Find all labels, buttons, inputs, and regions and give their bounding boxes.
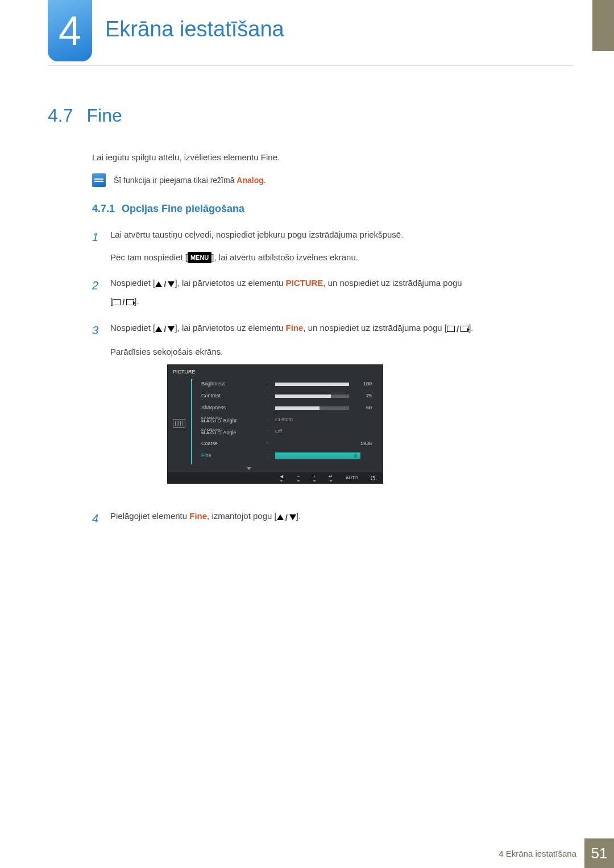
t: Pielāgojiet elementu (110, 511, 189, 521)
osd-label: SAMSUNG MAGIC Bright (201, 417, 263, 423)
osd-value: Custom (275, 416, 349, 424)
scroll-down-icon (247, 467, 251, 470)
osd-row-magicbright: SAMSUNG MAGIC Bright : Custom (201, 414, 376, 426)
kw-picture: PICTURE (286, 278, 323, 288)
t: Pēc tam nospiediet [ (110, 252, 188, 262)
osd-row-brightness: Brightness : 100 (201, 378, 376, 390)
osd-value: 60 (354, 404, 372, 412)
note-text: Šī funkcija ir pieejama tikai režīmā Ana… (114, 176, 266, 185)
chapter-number: 4 (59, 7, 81, 54)
note: Šī funkcija ir pieejama tikai režīmā Ana… (92, 173, 574, 187)
osd-minus-icon: − (297, 474, 300, 482)
osd-fine-bar: 0 (275, 452, 360, 459)
osd-auto-label: AUTO (346, 474, 358, 482)
step-4: 4 Pielāgojiet elementu Fine, izmantojot … (92, 509, 574, 528)
osd-row-sharpness: Sharpness : 60 (201, 402, 376, 414)
step-2: 2 Nospiediet [/], lai pārvietotos uz ele… (92, 276, 574, 309)
t: ], lai atvērtu atbilstošo izvēlnes ekrān… (211, 252, 358, 262)
step-1: 1 Lai atvērtu taustiņu ceļvedi, nospiedi… (92, 227, 574, 264)
step2-line2: [/]. (110, 294, 462, 309)
osd-label: SAMSUNG MAGIC Angle (201, 429, 263, 435)
osd-screenshot: PICTURE Brightness : 100 Contrast : (167, 364, 383, 484)
osd-value-num: 1936 (354, 439, 372, 448)
osd-power-icon (371, 476, 375, 480)
osd-label: Sharpness (201, 404, 263, 412)
up-down-icon: / (155, 322, 175, 337)
osd-rows: Brightness : 100 Contrast : 75 Sha (201, 378, 376, 462)
up-down-icon: / (155, 277, 175, 292)
t: , izmantojot pogu [ (207, 511, 277, 521)
osd-value: Off (275, 427, 349, 436)
steps: 1 Lai atvērtu taustiņu ceļvedi, nospiedi… (92, 227, 574, 528)
step1-line1: Lai atvērtu taustiņu ceļvedi, nospiediet… (110, 227, 403, 242)
subsection-title: Opcijas Fine pielāgošana (122, 203, 244, 214)
note-keyword: Analog (237, 176, 263, 185)
osd-bar (275, 383, 349, 386)
source-enter-icon: / (447, 322, 468, 337)
section-number: 4.7 (48, 105, 73, 126)
step-body: Nospiediet [/], lai pārvietotos uz eleme… (110, 321, 474, 497)
page-footer: 4 Ekrāna iestatīšana 51 (0, 838, 614, 868)
step3-line2: Parādīsies sekojošais ekrāns. (110, 344, 474, 359)
osd-label: Contrast (201, 392, 263, 400)
subsection-number: 4.7.1 (92, 203, 115, 214)
t: ]. (296, 511, 301, 521)
menu-badge: MENU (188, 252, 211, 264)
osd-value: 75 (354, 392, 372, 400)
section-title: Fine (86, 105, 122, 126)
side-strip (592, 0, 614, 51)
osd-category-icon (173, 419, 185, 428)
rect-icon (447, 326, 455, 332)
osd-label: Coarse (201, 439, 263, 448)
step-number: 1 (92, 227, 102, 264)
note-suffix: . (264, 176, 266, 185)
enter-icon (126, 299, 134, 305)
osd-enter-icon: ↵ (329, 474, 333, 482)
osd-footer: ◄ − + ↵ AUTO (167, 472, 383, 484)
osd-title: PICTURE (173, 368, 196, 376)
triangle-down-icon (289, 514, 296, 520)
t: ], lai pārvietotos uz elementu (175, 278, 285, 288)
enter-icon (460, 326, 468, 332)
osd-bar (275, 394, 349, 398)
footer-text: 4 Ekrāna iestatīšana (499, 838, 584, 868)
osd-back-icon: ◄ (279, 474, 284, 482)
triangle-up-icon (155, 326, 162, 332)
t: ], lai pārvietotos uz elementu (175, 323, 285, 333)
osd-row-magicangle: SAMSUNG MAGIC Angle : Off (201, 426, 376, 438)
up-down-icon: / (277, 510, 296, 525)
note-prefix: Šī funkcija ir pieejama tikai režīmā (114, 176, 237, 185)
chapter-title: Ekrāna iestatīšana (105, 17, 284, 41)
kw-fine: Fine (189, 511, 207, 521)
step-body: Pielāgojiet elementu Fine, izmantojot po… (110, 509, 301, 528)
section-heading: 4.7Fine (48, 105, 574, 126)
osd-row-coarse: Coarse : 1936 (201, 438, 376, 450)
osd-value: 100 (354, 380, 372, 388)
osd-fine-value: 0 (354, 452, 357, 459)
step-body: Nospiediet [/], lai pārvietotos uz eleme… (110, 276, 462, 309)
note-icon (92, 173, 106, 187)
content: 4.7Fine Lai iegūtu spilgtu attēlu, izvēl… (48, 105, 574, 539)
divider (48, 65, 574, 66)
triangle-up-icon (277, 514, 284, 520)
osd-row-fine: Fine : 0 (201, 450, 376, 462)
osd-label: Brightness (201, 380, 263, 388)
triangle-down-icon (168, 281, 175, 287)
triangle-up-icon (155, 281, 162, 287)
t: Nospiediet [ (110, 278, 155, 288)
source-enter-icon: / (113, 295, 134, 310)
chapter-tab: 4 (48, 0, 92, 61)
rect-icon (113, 299, 121, 305)
step-number: 4 (92, 509, 102, 528)
osd-label: Fine (201, 451, 263, 460)
osd-plus-icon: + (313, 474, 316, 482)
step1-line2: Pēc tam nospiediet [MENU], lai atvērtu a… (110, 250, 403, 265)
t: Nospiediet [ (110, 323, 155, 333)
step-3: 3 Nospiediet [/], lai pārvietotos uz ele… (92, 321, 574, 497)
step-number: 3 (92, 321, 102, 497)
page-number: 51 (584, 838, 614, 868)
t: , un nospiediet uz izstrādājuma pogu (323, 278, 462, 288)
intro-text: Lai iegūtu spilgtu attēlu, izvēlieties e… (92, 152, 574, 162)
t: , un nospiediet uz izstrādājuma pogu [ (303, 323, 447, 333)
osd-bar (275, 406, 349, 410)
